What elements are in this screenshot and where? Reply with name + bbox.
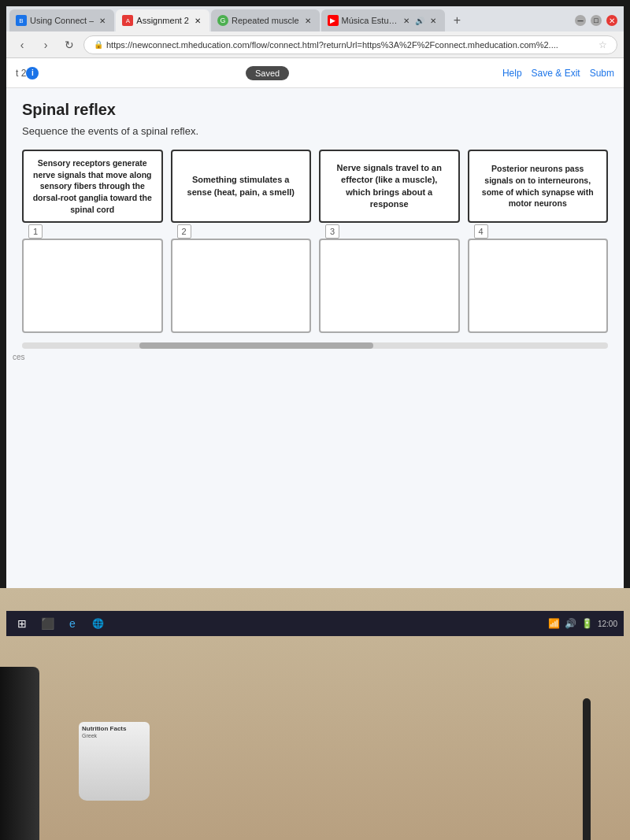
tab-assignment-label: Assignment 2 xyxy=(136,16,189,25)
taskbar-clock: 12:00 xyxy=(598,620,617,628)
tab-favicon-connect: B xyxy=(16,15,27,26)
tab-repeated[interactable]: G Repeated muscle ✕ xyxy=(211,9,320,31)
tab-favicon-assignment: A xyxy=(122,15,133,26)
volume-icon: 🔊 xyxy=(565,618,576,629)
drop-zone-number-1: 1 xyxy=(28,224,43,239)
breadcrumb: t 2 xyxy=(16,68,26,79)
saved-badge: Saved xyxy=(246,66,289,80)
horizontal-scrollbar-thumb[interactable] xyxy=(139,342,374,349)
chrome-icon[interactable]: 🌐 xyxy=(88,614,107,633)
left-side-label: ces xyxy=(13,353,25,361)
tab-bar: B Using Connect – ✕ A Assignment 2 ✕ G R… xyxy=(6,6,624,31)
page-title: Spinal reflex xyxy=(22,101,608,119)
tab-connect[interactable]: B Using Connect – ✕ xyxy=(9,9,114,31)
tab-favicon-musica: ▶ xyxy=(328,15,339,26)
taskbar-right: 📶 🔊 🔋 12:00 xyxy=(548,618,617,629)
drop-zone-1[interactable] xyxy=(22,239,163,333)
drag-item-1[interactable]: Sensory receptors generate nerve signals… xyxy=(22,150,163,223)
help-button[interactable]: Help xyxy=(502,68,522,79)
content-area: Spinal reflex Sequence the events of a s… xyxy=(6,88,624,614)
tab-musica-label: Música Estu… xyxy=(342,16,398,25)
minimize-button[interactable]: ─ xyxy=(575,15,586,26)
maximize-button[interactable]: □ xyxy=(591,15,602,26)
yogurt-label: Nutrition Facts Greek xyxy=(79,722,150,742)
lock-icon: 🔒 xyxy=(94,40,103,49)
star-icon[interactable]: ☆ xyxy=(598,39,607,50)
tab-repeated-label: Repeated muscle xyxy=(232,16,299,25)
save-exit-button[interactable]: Save & Exit xyxy=(532,68,580,79)
drag-item-2[interactable]: Something stimulates a sense (heat, pain… xyxy=(171,150,312,223)
speaker-icon: 🔊 xyxy=(415,17,424,25)
tab-musica-close2[interactable]: ✕ xyxy=(428,15,439,26)
start-button[interactable]: ⊞ xyxy=(13,614,32,633)
drop-zone-number-2: 2 xyxy=(177,224,191,239)
submit-button[interactable]: Subm xyxy=(590,68,614,79)
network-icon: 📶 xyxy=(548,618,560,629)
tab-favicon-repeated: G xyxy=(217,15,228,26)
drop-zone-number-4: 4 xyxy=(474,224,488,239)
drag-items-container: Sensory receptors generate nerve signals… xyxy=(22,150,608,223)
tab-connect-close[interactable]: ✕ xyxy=(97,15,108,26)
browser-chrome: B Using Connect – ✕ A Assignment 2 ✕ G R… xyxy=(6,6,624,58)
tab-assignment-close[interactable]: ✕ xyxy=(192,15,203,26)
drop-zone-wrapper-2: 2 xyxy=(171,239,312,333)
drop-zone-wrapper-4: 4 xyxy=(468,239,609,333)
address-bar[interactable]: 🔒 https://newconnect.mheducation.com/flo… xyxy=(83,35,617,54)
app-toolbar: t 2 i Saved Help Save & Exit Subm xyxy=(6,58,624,88)
taskbar-search[interactable]: ⬛ xyxy=(38,614,57,633)
yogurt-cup: Nutrition Facts Greek xyxy=(79,722,150,801)
tab-musica-close[interactable]: ✕ xyxy=(401,15,412,26)
drop-zone-wrapper-1: 1 xyxy=(22,239,163,333)
new-tab-button[interactable]: + xyxy=(447,9,469,31)
monitor-bezel: B Using Connect – ✕ A Assignment 2 ✕ G R… xyxy=(0,0,630,653)
url-text: https://newconnect.mheducation.com/flow/… xyxy=(106,40,558,50)
cable-bundle-left xyxy=(0,667,39,840)
cable-right xyxy=(583,698,591,840)
address-bar-row: ‹ › ↻ 🔒 https://newconnect.mheducation.c… xyxy=(6,31,624,58)
screen: B Using Connect – ✕ A Assignment 2 ✕ G R… xyxy=(6,6,624,636)
tab-musica[interactable]: ▶ Música Estu… ✕ 🔊 ✕ xyxy=(321,9,445,31)
drop-zones-container: 1 2 3 4 xyxy=(22,239,608,333)
tab-assignment[interactable]: A Assignment 2 ✕ xyxy=(116,9,209,31)
drop-zone-4[interactable] xyxy=(468,239,609,333)
page-instructions: Sequence the events of a spinal reflex. xyxy=(22,125,608,137)
horizontal-scrollbar[interactable] xyxy=(22,342,608,349)
drag-item-4[interactable]: Posterior neurons pass signals on to int… xyxy=(468,150,609,223)
close-window-button[interactable]: ✕ xyxy=(606,15,617,26)
tab-connect-label: Using Connect – xyxy=(30,16,94,25)
drop-zone-3[interactable] xyxy=(319,239,460,333)
drop-zone-number-3: 3 xyxy=(325,224,339,239)
edge-icon[interactable]: e xyxy=(63,614,82,633)
tab-repeated-close[interactable]: ✕ xyxy=(302,15,313,26)
windows-taskbar: ⊞ ⬛ e 🌐 📶 🔊 🔋 12:00 xyxy=(6,611,624,636)
battery-icon: 🔋 xyxy=(581,618,593,629)
horizontal-scrollbar-area xyxy=(22,342,608,349)
drag-item-3[interactable]: Nerve signals travel to an effector (lik… xyxy=(319,150,460,223)
forward-button[interactable]: › xyxy=(36,35,55,54)
drop-zone-2[interactable] xyxy=(171,239,312,333)
info-icon[interactable]: i xyxy=(26,67,39,80)
back-button[interactable]: ‹ xyxy=(13,35,32,54)
reload-button[interactable]: ↻ xyxy=(60,35,79,54)
drop-zone-wrapper-3: 3 xyxy=(319,239,460,333)
